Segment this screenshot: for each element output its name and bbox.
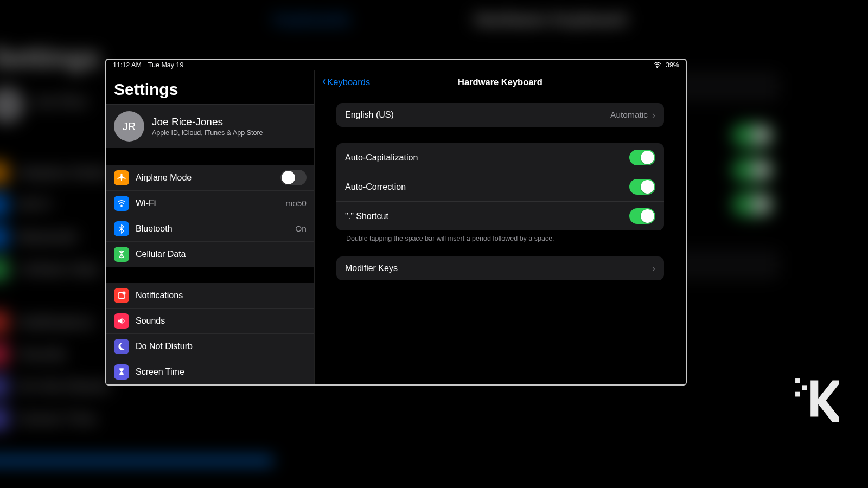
back-label: Keyboards <box>327 77 370 87</box>
modifier-keys-row[interactable]: Modifier Keys › <box>336 256 664 280</box>
sidebar-item-label: Cellular Data <box>136 249 307 259</box>
notifications-icon <box>114 288 129 303</box>
moon-icon <box>114 339 129 354</box>
chevron-right-icon: › <box>652 264 655 273</box>
svg-rect-7 <box>795 392 800 397</box>
bg-back-label: Keyboards <box>273 11 350 29</box>
sidebar-item-label: Do Not Disturb <box>136 342 307 351</box>
sounds-icon <box>114 313 129 329</box>
period-shortcut-row: "." Shortcut <box>336 201 664 230</box>
profile-subtitle: Apple ID, iCloud, iTunes & App Store <box>152 129 263 137</box>
status-battery: 39% <box>666 61 679 69</box>
sidebar-item-bluetooth[interactable]: Bluetooth On <box>106 216 314 242</box>
language-card: English (US) Automatic › <box>336 103 664 127</box>
sidebar-item-label: Sounds <box>136 316 307 326</box>
sidebar-group-alerts: Notifications Sounds Do Not Disturb <box>106 283 314 384</box>
profile-name: Joe Rice-Jones <box>152 116 263 128</box>
airplane-mode-toggle[interactable] <box>280 170 307 185</box>
svg-point-1 <box>121 205 122 206</box>
bg-detail-title: Hardware Keyboard <box>474 11 626 29</box>
sidebar-item-label: Screen Time <box>136 367 307 377</box>
modifier-card: Modifier Keys › <box>336 256 664 280</box>
svg-rect-6 <box>802 385 807 390</box>
toggles-card: Auto-Capitalization Auto-Correction "." … <box>336 143 664 230</box>
language-row[interactable]: English (US) Automatic › <box>336 103 664 127</box>
sidebar-group-connectivity: Airplane Mode Wi-Fi mo50 Bluetooth On <box>106 165 314 267</box>
sidebar-item-airplane-mode[interactable]: Airplane Mode <box>106 165 314 191</box>
wifi-value: mo50 <box>285 198 307 208</box>
sidebar-item-dnd[interactable]: Do Not Disturb <box>106 334 314 359</box>
sidebar-item-wifi[interactable]: Wi-Fi mo50 <box>106 191 314 216</box>
svg-rect-5 <box>795 378 800 383</box>
settings-title: Settings <box>106 70 314 104</box>
bluetooth-value: On <box>295 224 307 234</box>
back-button[interactable]: ‹ Keyboards <box>322 76 370 88</box>
shortcut-footnote: Double tapping the space bar will insert… <box>336 230 664 242</box>
chevron-right-icon: › <box>652 110 655 120</box>
toggle-label: "." Shortcut <box>345 211 388 221</box>
status-time: 11:12 AM <box>113 61 142 69</box>
svg-point-0 <box>657 67 658 67</box>
detail-pane: ‹ Keyboards Hardware Keyboard English (U… <box>315 70 686 384</box>
airplane-icon <box>114 170 129 185</box>
avatar: JR <box>114 111 144 142</box>
bg-settings-title: Settings <box>0 42 100 73</box>
bluetooth-icon <box>114 221 129 236</box>
settings-sidebar: Settings JR Joe Rice-Jones Apple ID, iCl… <box>106 70 315 384</box>
detail-navbar: ‹ Keyboards Hardware Keyboard <box>315 70 686 93</box>
status-bar: 11:12 AM Tue May 19 39% <box>106 60 686 70</box>
sidebar-item-label: Bluetooth <box>136 224 289 234</box>
auto-correction-row: Auto-Correction <box>336 172 664 201</box>
sidebar-item-label: Airplane Mode <box>136 173 274 183</box>
language-label: English (US) <box>345 110 394 120</box>
sidebar-item-label: Wi-Fi <box>136 198 279 208</box>
watermark-logo <box>791 374 840 423</box>
hourglass-icon <box>114 364 129 380</box>
auto-capitalization-toggle[interactable] <box>629 150 655 165</box>
toggle-label: Auto-Capitalization <box>345 153 418 163</box>
wifi-icon <box>653 62 661 68</box>
sidebar-item-screen-time[interactable]: Screen Time <box>106 359 314 384</box>
apple-id-row[interactable]: JR Joe Rice-Jones Apple ID, iCloud, iTun… <box>106 104 314 149</box>
sidebar-item-sounds[interactable]: Sounds <box>106 309 314 334</box>
period-shortcut-toggle[interactable] <box>629 208 655 224</box>
ipad-frame: 11:12 AM Tue May 19 39% Settings JR Joe … <box>105 59 687 386</box>
language-value: Automatic <box>610 110 648 120</box>
wifi-row-icon <box>114 196 129 211</box>
svg-point-4 <box>123 292 125 294</box>
auto-capitalization-row: Auto-Capitalization <box>336 143 664 172</box>
sidebar-item-notifications[interactable]: Notifications <box>106 283 314 309</box>
detail-title: Hardware Keyboard <box>315 77 686 87</box>
sidebar-item-label: Notifications <box>136 291 307 300</box>
cellular-icon <box>114 247 129 262</box>
toggle-label: Auto-Correction <box>345 182 406 192</box>
sidebar-item-cellular[interactable]: Cellular Data <box>106 242 314 267</box>
status-date: Tue May 19 <box>148 61 184 69</box>
modifier-label: Modifier Keys <box>345 264 398 273</box>
chevron-left-icon: ‹ <box>322 75 326 87</box>
auto-correction-toggle[interactable] <box>629 179 655 195</box>
svg-point-2 <box>121 254 122 255</box>
